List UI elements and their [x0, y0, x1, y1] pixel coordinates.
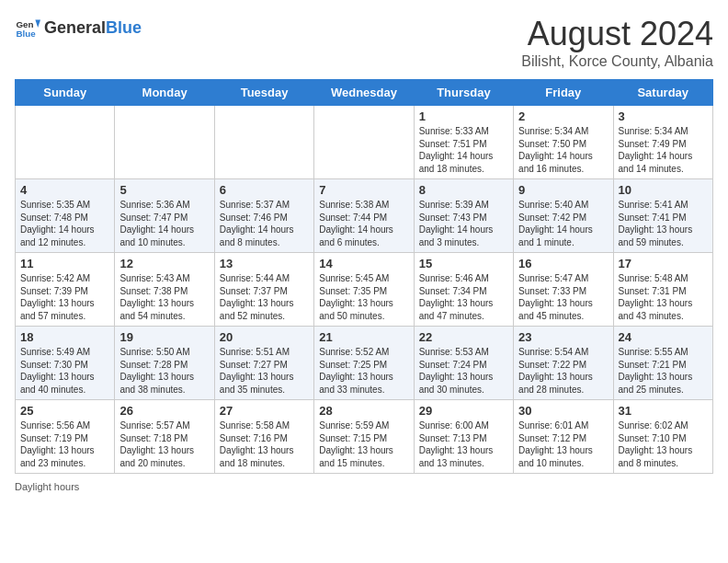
calendar-week-row: 4Sunrise: 5:35 AM Sunset: 7:48 PM Daylig…: [16, 179, 713, 253]
calendar-cell: 10Sunrise: 5:41 AM Sunset: 7:41 PM Dayli…: [613, 179, 712, 253]
calendar-cell: 22Sunrise: 5:53 AM Sunset: 7:24 PM Dayli…: [414, 327, 513, 400]
cell-info: Sunrise: 5:34 AM Sunset: 7:49 PM Dayligh…: [619, 125, 708, 175]
calendar-cell: [115, 106, 214, 179]
cell-info: Sunrise: 5:59 AM Sunset: 7:15 PM Dayligh…: [319, 419, 408, 469]
day-number: 9: [518, 183, 608, 197]
cell-info: Sunrise: 5:56 AM Sunset: 7:19 PM Dayligh…: [20, 419, 109, 469]
calendar-cell: 1Sunrise: 5:33 AM Sunset: 7:51 PM Daylig…: [414, 106, 513, 179]
calendar-cell: 12Sunrise: 5:43 AM Sunset: 7:38 PM Dayli…: [115, 253, 214, 327]
svg-text:Blue: Blue: [16, 29, 36, 39]
calendar-cell: 18Sunrise: 5:49 AM Sunset: 7:30 PM Dayli…: [16, 327, 115, 400]
cell-info: Sunrise: 5:34 AM Sunset: 7:50 PM Dayligh…: [518, 125, 608, 175]
day-number: 4: [20, 183, 109, 197]
day-number: 31: [619, 404, 708, 418]
cell-info: Sunrise: 5:38 AM Sunset: 7:44 PM Dayligh…: [319, 199, 408, 248]
title-area: August 2024 Bilisht, Korce County, Alban…: [521, 15, 713, 70]
cell-info: Sunrise: 5:48 AM Sunset: 7:31 PM Dayligh…: [619, 272, 708, 322]
calendar-cell: 29Sunrise: 6:00 AM Sunset: 7:13 PM Dayli…: [414, 400, 513, 474]
day-number: 26: [119, 404, 209, 418]
day-header-thursday: Thursday: [414, 80, 513, 106]
day-header-sunday: Sunday: [16, 80, 115, 106]
cell-info: Sunrise: 5:53 AM Sunset: 7:24 PM Dayligh…: [419, 346, 508, 396]
day-number: 14: [319, 257, 408, 270]
cell-info: Sunrise: 5:57 AM Sunset: 7:18 PM Dayligh…: [119, 419, 209, 469]
cell-info: Sunrise: 5:41 AM Sunset: 7:41 PM Dayligh…: [619, 199, 708, 248]
day-number: 21: [319, 330, 408, 344]
cell-info: Sunrise: 6:02 AM Sunset: 7:10 PM Dayligh…: [619, 419, 708, 469]
day-number: 25: [20, 404, 109, 418]
day-number: 15: [419, 257, 508, 270]
calendar-cell: 15Sunrise: 5:46 AM Sunset: 7:34 PM Dayli…: [414, 253, 513, 327]
calendar-cell: 14Sunrise: 5:45 AM Sunset: 7:35 PM Dayli…: [314, 253, 414, 327]
day-header-wednesday: Wednesday: [314, 80, 414, 106]
calendar-cell: 5Sunrise: 5:36 AM Sunset: 7:47 PM Daylig…: [115, 179, 214, 253]
calendar-cell: 19Sunrise: 5:50 AM Sunset: 7:28 PM Dayli…: [115, 327, 214, 400]
cell-info: Sunrise: 5:36 AM Sunset: 7:47 PM Dayligh…: [119, 199, 209, 248]
day-header-saturday: Saturday: [613, 80, 712, 106]
day-number: 28: [319, 404, 408, 418]
calendar-cell: 11Sunrise: 5:42 AM Sunset: 7:39 PM Dayli…: [16, 253, 115, 327]
day-number: 17: [619, 257, 708, 270]
logo-blue-text: Blue: [106, 18, 142, 37]
calendar-cell: 27Sunrise: 5:58 AM Sunset: 7:16 PM Dayli…: [214, 400, 313, 474]
calendar-week-row: 1Sunrise: 5:33 AM Sunset: 7:51 PM Daylig…: [16, 106, 713, 179]
day-number: 7: [319, 183, 408, 197]
cell-info: Sunrise: 5:45 AM Sunset: 7:35 PM Dayligh…: [319, 272, 408, 322]
day-number: 11: [20, 257, 109, 270]
calendar-cell: 26Sunrise: 5:57 AM Sunset: 7:18 PM Dayli…: [115, 400, 214, 474]
footer: Daylight hours: [15, 481, 713, 492]
day-number: 2: [518, 109, 608, 123]
day-header-friday: Friday: [514, 80, 613, 106]
cell-info: Sunrise: 5:49 AM Sunset: 7:30 PM Dayligh…: [20, 346, 109, 396]
main-title: August 2024: [521, 15, 713, 53]
calendar-week-row: 11Sunrise: 5:42 AM Sunset: 7:39 PM Dayli…: [16, 253, 713, 327]
day-number: 27: [220, 404, 309, 418]
day-number: 19: [119, 330, 209, 344]
cell-info: Sunrise: 5:35 AM Sunset: 7:48 PM Dayligh…: [20, 199, 109, 248]
calendar-cell: 8Sunrise: 5:39 AM Sunset: 7:43 PM Daylig…: [414, 179, 513, 253]
day-number: 13: [220, 257, 309, 270]
cell-info: Sunrise: 5:51 AM Sunset: 7:27 PM Dayligh…: [220, 346, 309, 396]
calendar-cell: 21Sunrise: 5:52 AM Sunset: 7:25 PM Dayli…: [314, 327, 414, 400]
day-header-tuesday: Tuesday: [214, 80, 313, 106]
calendar-cell: [16, 106, 115, 179]
calendar-cell: 4Sunrise: 5:35 AM Sunset: 7:48 PM Daylig…: [16, 179, 115, 253]
cell-info: Sunrise: 5:50 AM Sunset: 7:28 PM Dayligh…: [119, 346, 209, 396]
calendar-cell: 30Sunrise: 6:01 AM Sunset: 7:12 PM Dayli…: [514, 400, 613, 474]
cell-info: Sunrise: 5:52 AM Sunset: 7:25 PM Dayligh…: [319, 346, 408, 396]
cell-info: Sunrise: 5:58 AM Sunset: 7:16 PM Dayligh…: [220, 419, 309, 469]
cell-info: Sunrise: 5:46 AM Sunset: 7:34 PM Dayligh…: [419, 272, 508, 322]
calendar-cell: 17Sunrise: 5:48 AM Sunset: 7:31 PM Dayli…: [613, 253, 712, 327]
day-number: 18: [20, 330, 109, 344]
day-number: 6: [220, 183, 309, 197]
cell-info: Sunrise: 5:55 AM Sunset: 7:21 PM Dayligh…: [619, 346, 708, 396]
day-number: 5: [119, 183, 209, 197]
calendar-cell: 23Sunrise: 5:54 AM Sunset: 7:22 PM Dayli…: [514, 327, 613, 400]
calendar-cell: 7Sunrise: 5:38 AM Sunset: 7:44 PM Daylig…: [314, 179, 414, 253]
calendar-cell: 28Sunrise: 5:59 AM Sunset: 7:15 PM Dayli…: [314, 400, 414, 474]
cell-info: Sunrise: 5:43 AM Sunset: 7:38 PM Dayligh…: [119, 272, 209, 322]
day-number: 23: [518, 330, 608, 344]
cell-info: Sunrise: 5:42 AM Sunset: 7:39 PM Dayligh…: [20, 272, 109, 322]
daylight-label: Daylight hours: [15, 481, 79, 492]
calendar-cell: 9Sunrise: 5:40 AM Sunset: 7:42 PM Daylig…: [514, 179, 613, 253]
calendar-cell: 25Sunrise: 5:56 AM Sunset: 7:19 PM Dayli…: [16, 400, 115, 474]
cell-info: Sunrise: 5:40 AM Sunset: 7:42 PM Dayligh…: [518, 199, 608, 248]
calendar-week-row: 18Sunrise: 5:49 AM Sunset: 7:30 PM Dayli…: [16, 327, 713, 400]
day-number: 3: [619, 109, 708, 123]
cell-info: Sunrise: 5:47 AM Sunset: 7:33 PM Dayligh…: [518, 272, 608, 322]
calendar-cell: 20Sunrise: 5:51 AM Sunset: 7:27 PM Dayli…: [214, 327, 313, 400]
day-number: 8: [419, 183, 508, 197]
day-number: 29: [419, 404, 508, 418]
sub-title: Bilisht, Korce County, Albania: [521, 53, 713, 70]
day-number: 12: [119, 257, 209, 270]
calendar-table: SundayMondayTuesdayWednesdayThursdayFrid…: [15, 79, 713, 474]
cell-info: Sunrise: 5:39 AM Sunset: 7:43 PM Dayligh…: [419, 199, 508, 248]
calendar-cell: 13Sunrise: 5:44 AM Sunset: 7:37 PM Dayli…: [214, 253, 313, 327]
logo: Gen Blue GeneralBlue: [15, 15, 142, 40]
day-number: 16: [518, 257, 608, 270]
day-number: 30: [518, 404, 608, 418]
header-row: SundayMondayTuesdayWednesdayThursdayFrid…: [16, 80, 713, 106]
svg-marker-2: [35, 20, 40, 28]
calendar-week-row: 25Sunrise: 5:56 AM Sunset: 7:19 PM Dayli…: [16, 400, 713, 474]
